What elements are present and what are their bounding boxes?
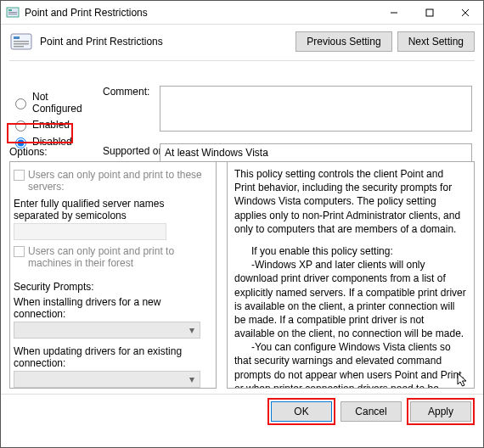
policy-large-icon: [9, 31, 35, 52]
radio-disabled-label: Disabled: [32, 136, 72, 148]
fqdn-input: [14, 223, 166, 240]
supported-on-value: At least Windows Vista: [165, 147, 467, 159]
titlebar: Point and Print Restrictions: [1, 1, 483, 25]
radio-enabled-label: Enabled: [32, 119, 70, 131]
updating-label: When updating drivers for an existing co…: [14, 345, 212, 369]
header: Point and Print Restrictions Previous Se…: [1, 25, 483, 59]
options-panel[interactable]: Users can only point and print to these …: [9, 161, 217, 389]
updating-combo: ▾: [14, 371, 200, 388]
previous-setting-button[interactable]: Previous Setting: [295, 31, 391, 52]
radio-enabled-input[interactable]: [15, 120, 26, 132]
radio-not-configured-input[interactable]: [15, 98, 26, 109]
radio-disabled[interactable]: Disabled: [11, 135, 96, 148]
help-p2b: -You can configure Windows Vista clients…: [234, 340, 467, 389]
comment-textarea[interactable]: [160, 86, 472, 132]
divider: [9, 60, 475, 61]
svg-rect-9: [14, 36, 20, 39]
maximize-button[interactable]: [412, 1, 447, 24]
radio-not-configured[interactable]: Not Configured: [11, 91, 96, 115]
svg-rect-3: [8, 14, 17, 14]
fqdn-label: Enter fully qualified server names separ…: [14, 198, 212, 221]
checkbox-forest-box: [14, 246, 25, 257]
svg-rect-10: [14, 41, 29, 42]
help-p2a: -Windows XP and later clients will only …: [234, 258, 467, 340]
supported-on-label: Supported on:: [103, 145, 166, 157]
radio-not-configured-label: Not Configured: [32, 91, 96, 115]
svg-rect-12: [14, 46, 24, 48]
chevron-down-icon: ▾: [184, 324, 200, 336]
minimize-button[interactable]: [376, 1, 412, 24]
state-radios: Not Configured Enabled Disabled: [11, 87, 96, 152]
help-p2: If you enable this policy setting:: [234, 244, 467, 258]
checkbox-servers-box: [14, 170, 25, 181]
security-prompts-label: Security Prompts:: [14, 281, 212, 293]
checkbox-forest-label: Users can only point and print to machin…: [28, 245, 212, 269]
help-panel[interactable]: This policy setting controls the client …: [227, 161, 475, 389]
comment-label: Comment:: [103, 86, 149, 98]
checkbox-servers-label: Users can only point and print to these …: [28, 169, 212, 193]
radio-disabled-input[interactable]: [15, 137, 26, 148]
supported-on-box: At least Windows Vista: [160, 143, 472, 162]
dialog-window: Point and Print Restrictions Point and P…: [0, 0, 484, 448]
help-p1: This policy setting controls the client …: [234, 167, 467, 236]
radio-enabled[interactable]: Enabled: [11, 118, 96, 132]
next-setting-button[interactable]: Next Setting: [397, 31, 475, 52]
footer: OK Cancel Apply: [1, 394, 483, 428]
header-title: Point and Print Restrictions: [40, 36, 295, 48]
installing-combo: ▾: [14, 322, 200, 339]
svg-rect-11: [14, 43, 29, 45]
checkbox-forest: Users can only point and print to machin…: [14, 245, 212, 269]
chevron-down-icon: ▾: [184, 373, 200, 385]
ok-button[interactable]: OK: [271, 401, 332, 422]
close-button[interactable]: [447, 1, 483, 24]
policy-icon: [6, 6, 20, 20]
window-title: Point and Print Restrictions: [25, 7, 376, 19]
installing-label: When installing drivers for a new connec…: [14, 296, 212, 320]
apply-button[interactable]: Apply: [410, 401, 471, 422]
checkbox-servers: Users can only point and print to these …: [14, 169, 212, 193]
svg-rect-1: [8, 9, 12, 11]
svg-rect-2: [8, 12, 17, 13]
cancel-button[interactable]: Cancel: [340, 401, 402, 422]
svg-rect-5: [426, 9, 433, 16]
